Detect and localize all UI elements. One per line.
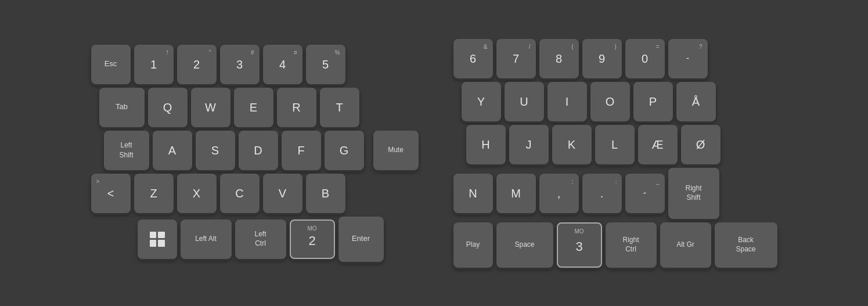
key-b[interactable]: B bbox=[306, 174, 345, 213]
key-left-shift[interactable]: LeftShift bbox=[104, 131, 149, 170]
right-row-1: &6 /7 (8 )9 =0 ?- bbox=[453, 39, 777, 78]
key-c[interactable]: C bbox=[220, 174, 260, 213]
key-space[interactable]: Space bbox=[496, 222, 553, 268]
key-a[interactable]: A bbox=[153, 131, 192, 170]
key-s[interactable]: S bbox=[196, 131, 235, 170]
key-h[interactable]: H bbox=[466, 125, 506, 164]
key-comma[interactable]: ;, bbox=[539, 174, 579, 213]
key-right-ctrl[interactable]: RightCtrl bbox=[606, 222, 657, 268]
left-row-5: Left Alt LeftCtrl MO 2 Enter bbox=[138, 217, 419, 262]
key-alt-gr[interactable]: Alt Gr bbox=[660, 222, 711, 268]
key-r[interactable]: R bbox=[277, 88, 316, 127]
key-u[interactable]: U bbox=[505, 82, 544, 121]
key-period[interactable]: :. bbox=[582, 174, 622, 213]
key-tab[interactable]: Tab bbox=[99, 88, 145, 127]
key-6[interactable]: &6 bbox=[453, 39, 493, 78]
key-win[interactable] bbox=[138, 219, 177, 259]
key-ae[interactable]: Æ bbox=[638, 125, 678, 164]
left-row-4: >< Z X C V B bbox=[91, 174, 419, 213]
key-g[interactable]: G bbox=[325, 131, 364, 170]
key-e[interactable]: E bbox=[234, 88, 273, 127]
key-underscore[interactable]: _- bbox=[625, 174, 665, 213]
key-x[interactable]: X bbox=[177, 174, 217, 213]
right-row-5: Play Space MO 3 RightCtrl Alt Gr BackSpa… bbox=[453, 222, 777, 268]
key-left-alt[interactable]: Left Alt bbox=[181, 219, 232, 259]
key-o[interactable]: O bbox=[590, 82, 630, 121]
key-p[interactable]: P bbox=[633, 82, 673, 121]
keyboard-container: Esc !1 "2 #3 ¤4 %5 Tab Q W E R T LeftShi… bbox=[74, 27, 795, 279]
key-j[interactable]: J bbox=[509, 125, 549, 164]
key-7[interactable]: /7 bbox=[496, 39, 536, 78]
key-4[interactable]: ¤4 bbox=[263, 45, 302, 84]
key-0[interactable]: =0 bbox=[625, 39, 665, 78]
key-play[interactable]: Play bbox=[453, 222, 493, 268]
key-right-shift[interactable]: RightShift bbox=[668, 168, 719, 219]
right-row-2: Y U I O P Å bbox=[462, 82, 777, 121]
key-9[interactable]: )9 bbox=[582, 39, 622, 78]
key-w[interactable]: W bbox=[191, 88, 230, 127]
right-row-3: H J K L Æ Ø bbox=[466, 125, 777, 164]
key-gt-lt[interactable]: >< bbox=[91, 174, 131, 213]
left-row-1: Esc !1 "2 #3 ¤4 %5 bbox=[91, 45, 419, 84]
key-z[interactable]: Z bbox=[134, 174, 174, 213]
key-2[interactable]: "2 bbox=[177, 45, 217, 84]
key-aa[interactable]: Å bbox=[676, 82, 716, 121]
key-5[interactable]: %5 bbox=[306, 45, 345, 84]
key-mo3[interactable]: MO 3 bbox=[557, 222, 602, 268]
key-mo2[interactable]: MO 2 bbox=[290, 219, 335, 259]
key-backspace[interactable]: BackSpace bbox=[715, 222, 777, 268]
key-esc[interactable]: Esc bbox=[91, 45, 131, 84]
key-q[interactable]: Q bbox=[148, 88, 188, 127]
left-row-2: Tab Q W E R T bbox=[99, 88, 419, 127]
windows-icon bbox=[150, 232, 165, 247]
left-half: Esc !1 "2 #3 ¤4 %5 Tab Q W E R T LeftShi… bbox=[91, 45, 419, 262]
key-1[interactable]: !1 bbox=[134, 45, 174, 84]
key-oe[interactable]: Ø bbox=[681, 125, 721, 164]
key-i[interactable]: I bbox=[548, 82, 587, 121]
left-row-3: LeftShift A S D F G Mute bbox=[104, 131, 419, 170]
key-left-ctrl[interactable]: LeftCtrl bbox=[235, 219, 286, 259]
key-mute[interactable]: Mute bbox=[373, 131, 419, 170]
key-f[interactable]: F bbox=[282, 131, 321, 170]
key-y[interactable]: Y bbox=[462, 82, 501, 121]
key-k[interactable]: K bbox=[552, 125, 592, 164]
key-8[interactable]: (8 bbox=[539, 39, 579, 78]
key-t[interactable]: T bbox=[320, 88, 359, 127]
key-l[interactable]: L bbox=[595, 125, 635, 164]
right-row-4: N M ;, :. _- RightShift bbox=[453, 168, 777, 219]
key-minus[interactable]: ?- bbox=[668, 39, 708, 78]
key-m[interactable]: M bbox=[496, 174, 536, 213]
key-v[interactable]: V bbox=[263, 174, 302, 213]
key-3[interactable]: #3 bbox=[220, 45, 260, 84]
key-enter[interactable]: Enter bbox=[338, 217, 384, 262]
right-half: &6 /7 (8 )9 =0 ?- Y U I O P Å H J K L Æ … bbox=[453, 39, 777, 268]
key-d[interactable]: D bbox=[239, 131, 278, 170]
key-n[interactable]: N bbox=[453, 174, 493, 213]
